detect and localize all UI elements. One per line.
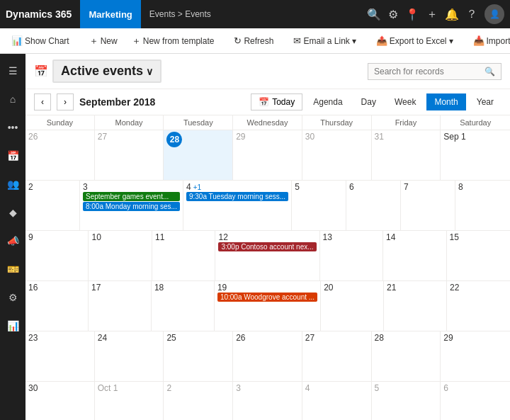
search-icon[interactable]: 🔍 xyxy=(484,67,495,76)
event-sep-tuesday-morning[interactable]: 9:30a Tuesday morning sess... xyxy=(186,192,288,201)
calendar-view-options: 📅 Today Agenda Day Week Month Year xyxy=(251,93,502,110)
calendar-small-icon: 📅 xyxy=(259,97,269,107)
day-aug-28-today: 28 xyxy=(164,130,233,180)
day-header-wednesday: Wednesday xyxy=(233,115,302,130)
day-sep-19: 19 10:00a Woodgrove account ... xyxy=(215,281,321,331)
sidebar-home-icon[interactable]: ⌂ xyxy=(1,88,24,110)
import-excel-button[interactable]: 📥 Import from Excel ▾ xyxy=(468,33,510,49)
day-sep-13: 13 xyxy=(320,231,383,280)
event-sep-woodgrove[interactable]: 10:00a Woodgrove account ... xyxy=(217,293,317,302)
notifications-icon[interactable]: 🔔 xyxy=(445,8,459,21)
filter-dropdown-arrow: ∨ xyxy=(146,66,153,77)
month-label: September 2018 xyxy=(79,96,155,108)
refresh-icon: ↻ xyxy=(234,35,242,46)
day-sep-17: 17 xyxy=(89,281,152,331)
overflow-indicator[interactable]: +1 xyxy=(193,183,201,191)
day-oct-5: 5 xyxy=(372,382,441,420)
week-view-button[interactable]: Week xyxy=(387,93,424,110)
day-sep-30: 30 xyxy=(26,382,95,420)
breadcrumb: Events > Events xyxy=(149,9,367,19)
day-sep-15: 15 xyxy=(447,231,510,280)
day-sep-27: 27 xyxy=(302,331,372,381)
sidebar-marketing-icon[interactable]: 📣 xyxy=(1,229,24,252)
day-sep-16: 16 xyxy=(26,281,89,331)
content-area: 📅 Active events ∨ 🔍 ‹ › September 2018 📅 xyxy=(26,54,510,420)
sidebar: ☰ ⌂ ••• 📅 👥 ◆ 📣 🎫 ⚙ 📊 xyxy=(0,54,26,420)
year-view-button[interactable]: Year xyxy=(469,93,502,110)
day-header-thursday: Thursday xyxy=(302,115,372,130)
import-icon: 📥 xyxy=(473,35,484,46)
template-icon: ＋ xyxy=(132,35,141,47)
calendar-header: 📅 Active events ∨ 🔍 xyxy=(26,54,510,89)
sidebar-menu-icon[interactable]: ☰ xyxy=(1,59,24,82)
sidebar-settings-icon[interactable]: ⚙ xyxy=(1,286,24,309)
sidebar-calendar-icon[interactable]: 📅 xyxy=(1,144,24,167)
day-sep-23: 23 xyxy=(26,331,95,381)
event-sep-games[interactable]: September games event... xyxy=(83,192,180,201)
help-icon[interactable]: ？ xyxy=(466,7,477,22)
calendar-nav-left: ‹ › September 2018 xyxy=(34,93,155,110)
active-events-filter-button[interactable]: Active events ∨ xyxy=(52,59,162,83)
sidebar-more-icon[interactable]: ••• xyxy=(1,116,24,139)
week-1: 26 27 28 29 30 31 Sep 1 xyxy=(26,130,510,181)
sidebar-analytics-icon[interactable]: 📊 xyxy=(1,314,24,337)
day-aug-26: 26 xyxy=(26,130,95,180)
day-sep-25: 25 xyxy=(164,331,233,381)
export-icon: 📤 xyxy=(376,35,387,46)
day-aug-31: 31 xyxy=(372,130,441,180)
day-sep-28: 28 xyxy=(372,331,441,381)
avatar[interactable]: 👤 xyxy=(484,4,504,24)
agenda-view-button[interactable]: Agenda xyxy=(305,93,350,110)
day-sep-20: 20 xyxy=(321,281,384,331)
module-name[interactable]: Marketing xyxy=(80,0,140,28)
day-header-tuesday: Tuesday xyxy=(164,115,233,130)
week-5: 23 24 25 26 27 28 29 xyxy=(26,331,510,382)
location-icon[interactable]: 📍 xyxy=(405,8,419,21)
month-view-button[interactable]: Month xyxy=(426,93,465,110)
top-navigation: Dynamics 365 Marketing Events > Events 🔍… xyxy=(0,0,510,28)
export-excel-button[interactable]: 📤 Export to Excel ▾ xyxy=(370,33,459,49)
next-month-button[interactable]: › xyxy=(57,93,74,110)
day-aug-29: 29 xyxy=(233,130,302,180)
sidebar-events-icon[interactable]: 🎫 xyxy=(1,258,24,280)
day-sep-18: 18 xyxy=(152,281,215,331)
day-sep-1: Sep 1 xyxy=(441,130,510,180)
show-chart-button[interactable]: 📊 Show Chart xyxy=(6,33,75,49)
day-headers: Sunday Monday Tuesday Wednesday Thursday… xyxy=(26,115,510,130)
email-icon: ✉ xyxy=(293,35,301,46)
sidebar-contacts-icon[interactable]: 👥 xyxy=(1,173,24,195)
new-button[interactable]: ＋ New xyxy=(84,32,123,50)
sidebar-leads-icon[interactable]: ◆ xyxy=(1,201,24,224)
day-oct-2: 2 xyxy=(164,382,233,420)
day-sep-22: 22 xyxy=(447,281,510,331)
today-button[interactable]: 📅 Today xyxy=(251,93,302,110)
week-6: 30 Oct 1 2 3 4 5 6 xyxy=(26,382,510,420)
event-sep-contoso[interactable]: 3:00p Contoso account nex... xyxy=(218,242,316,251)
day-sep-14: 14 xyxy=(383,231,446,280)
day-view-button[interactable]: Day xyxy=(353,93,384,110)
day-header-friday: Friday xyxy=(372,115,441,130)
day-sep-2: 2 xyxy=(26,181,80,230)
day-sep-24: 24 xyxy=(95,331,164,381)
day-oct-3: 3 xyxy=(233,382,302,420)
day-aug-30: 30 xyxy=(302,130,372,180)
day-sep-29: 29 xyxy=(441,331,510,381)
search-icon[interactable]: 🔍 xyxy=(367,8,381,21)
event-sep-monday-morning[interactable]: 8:00a Monday morning ses... xyxy=(83,202,180,211)
day-oct-1: Oct 1 xyxy=(95,382,164,420)
email-link-button[interactable]: ✉ Email a Link ▾ xyxy=(288,33,361,49)
command-bar: 📊 Show Chart ＋ New ＋ New from template ↻… xyxy=(0,28,510,54)
refresh-button[interactable]: ↻ Refresh xyxy=(228,33,279,49)
chart-icon: 📊 xyxy=(11,35,23,46)
filter-label: Active events xyxy=(61,64,143,79)
day-header-sunday: Sunday xyxy=(26,115,95,130)
dropdown-arrow: ▾ xyxy=(449,36,453,46)
settings-icon[interactable]: ⚙ xyxy=(388,8,398,21)
add-icon[interactable]: ＋ xyxy=(426,7,438,22)
day-sep-11: 11 xyxy=(152,231,215,280)
day-sep-21: 21 xyxy=(384,281,447,331)
search-input[interactable] xyxy=(374,67,480,76)
new-from-template-button[interactable]: ＋ New from template xyxy=(126,32,220,50)
brand-name[interactable]: Dynamics 365 xyxy=(6,8,72,20)
prev-month-button[interactable]: ‹ xyxy=(34,93,51,110)
